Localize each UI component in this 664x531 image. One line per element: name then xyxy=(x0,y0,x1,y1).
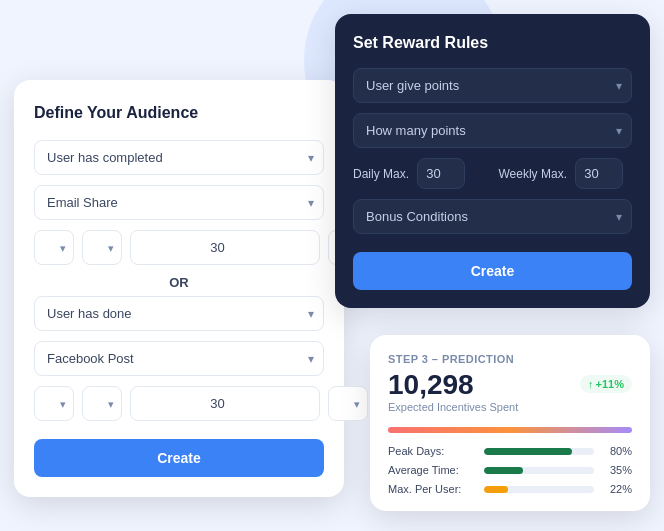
reward-select1[interactable]: User give points xyxy=(353,68,632,103)
or-divider: OR xyxy=(34,275,324,290)
unit-select2-wrapper: Days ▾ xyxy=(328,386,368,421)
audience-card-title: Define Your Audience xyxy=(34,104,324,122)
weekly-max-label: Weekly Max. xyxy=(499,167,567,181)
prediction-gradient-bar xyxy=(388,427,632,433)
stat-average-time-pct: 35% xyxy=(602,464,632,476)
daily-max-label: Daily Max. xyxy=(353,167,409,181)
prediction-sub-label: Expected Incentives Spent xyxy=(388,401,632,413)
days-input1[interactable] xyxy=(130,230,320,265)
reward-create-button[interactable]: Create xyxy=(353,252,632,290)
range-select2[interactable]: Last xyxy=(82,386,122,421)
audience-select3-wrapper: User has done ▾ xyxy=(34,296,324,331)
prediction-value: 10,298 xyxy=(388,371,474,399)
reward-card: Set Reward Rules User give points ▾ How … xyxy=(335,14,650,308)
stat-average-time-label: Average Time: xyxy=(388,464,476,476)
stat-average-time-track xyxy=(484,467,594,474)
audience-inline-row1: Once ▾ Last ▾ Days ▾ xyxy=(34,230,324,265)
stat-peak-days: Peak Days: 80% xyxy=(388,445,632,457)
audience-select3[interactable]: User has done xyxy=(34,296,324,331)
stat-max-per-user-pct: 22% xyxy=(602,483,632,495)
daily-max-input[interactable] xyxy=(417,158,465,189)
prediction-value-row: 10,298 ↑ +11% xyxy=(388,371,632,399)
prediction-step-label: Step 3 – Prediction xyxy=(388,353,632,365)
audience-select4[interactable]: Facebook Post xyxy=(34,341,324,376)
stat-peak-days-track xyxy=(484,448,594,455)
range-select1[interactable]: Last xyxy=(82,230,122,265)
audience-create-button[interactable]: Create xyxy=(34,439,324,477)
stats-list: Peak Days: 80% Average Time: 35% Max. Pe… xyxy=(388,445,632,495)
stat-peak-days-label: Peak Days: xyxy=(388,445,476,457)
audience-select2-wrapper: Email Share ▾ xyxy=(34,185,324,220)
stat-peak-days-pct: 80% xyxy=(602,445,632,457)
audience-card: Define Your Audience User has completed … xyxy=(14,80,344,497)
weekly-max-input[interactable] xyxy=(575,158,623,189)
stat-peak-days-fill xyxy=(484,448,572,455)
stat-average-time-fill xyxy=(484,467,523,474)
audience-select1[interactable]: User has completed xyxy=(34,140,324,175)
stat-average-time: Average Time: 35% xyxy=(388,464,632,476)
badge-text: +11% xyxy=(596,378,624,390)
prediction-badge: ↑ +11% xyxy=(580,375,632,393)
prediction-card: Step 3 – Prediction 10,298 ↑ +11% Expect… xyxy=(370,335,650,511)
days-input2[interactable] xyxy=(130,386,320,421)
stat-max-per-user: Max. Per User: 22% xyxy=(388,483,632,495)
audience-select1-wrapper: User has completed ▾ xyxy=(34,140,324,175)
reward-select1-wrapper: User give points ▾ xyxy=(353,68,632,103)
audience-select4-wrapper: Facebook Post ▾ xyxy=(34,341,324,376)
freq-select2-wrapper: Once ▾ xyxy=(34,386,74,421)
unit-select2[interactable]: Days xyxy=(328,386,368,421)
reward-select3[interactable]: Bonus Conditions xyxy=(353,199,632,234)
freq-select2[interactable]: Once xyxy=(34,386,74,421)
reward-select2[interactable]: How many points xyxy=(353,113,632,148)
daily-max-group: Daily Max. xyxy=(353,158,487,189)
up-icon: ↑ xyxy=(588,378,594,390)
audience-inline-row2: Once ▾ Last ▾ Days ▾ xyxy=(34,386,324,421)
max-row: Daily Max. Weekly Max. xyxy=(353,158,632,189)
range-select1-wrapper: Last ▾ xyxy=(82,230,122,265)
reward-card-title: Set Reward Rules xyxy=(353,34,632,52)
weekly-max-group: Weekly Max. xyxy=(499,158,633,189)
reward-select3-wrapper: Bonus Conditions ▾ xyxy=(353,199,632,234)
reward-select2-wrapper: How many points ▾ xyxy=(353,113,632,148)
freq-select1-wrapper: Once ▾ xyxy=(34,230,74,265)
freq-select1[interactable]: Once xyxy=(34,230,74,265)
range-select2-wrapper: Last ▾ xyxy=(82,386,122,421)
stat-max-per-user-label: Max. Per User: xyxy=(388,483,476,495)
audience-select2[interactable]: Email Share xyxy=(34,185,324,220)
stat-max-per-user-track xyxy=(484,486,594,493)
stat-max-per-user-fill xyxy=(484,486,508,493)
